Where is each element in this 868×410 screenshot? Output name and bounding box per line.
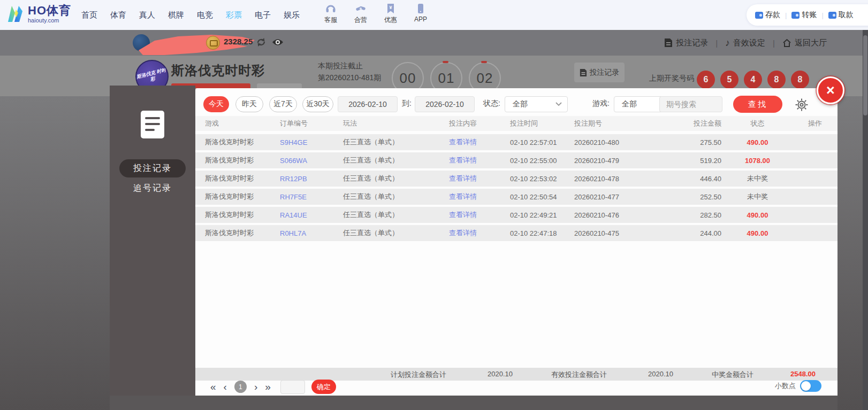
cell-amount: 275.50 — [676, 138, 721, 146]
nav-item-lottery[interactable]: 彩票 — [226, 10, 242, 20]
cell-game: 斯洛伐克时时彩 — [205, 192, 280, 202]
sidebar-item-chase-records[interactable]: 追号记录 — [119, 179, 186, 197]
nav-item-slots[interactable]: 电子 — [255, 10, 271, 20]
bet-records-label: 投注记录 — [676, 38, 708, 48]
close-icon: × — [826, 83, 835, 98]
period-search-input[interactable] — [659, 96, 722, 112]
cell-time: 02-10 22:47:18 — [510, 229, 574, 237]
quick-item-partner[interactable]: 合营 — [349, 3, 372, 25]
decimal-toggle-group: 小数点 — [775, 380, 821, 392]
page-jump-confirm-button[interactable]: 确定 — [311, 380, 336, 394]
last-draw-numbers: 6 5 4 8 8 — [697, 71, 809, 89]
countdown-seconds-value: 02 — [477, 70, 493, 87]
range-7days-button[interactable]: 近7天 — [269, 96, 297, 112]
transfer-button[interactable]: 转账 — [791, 10, 817, 20]
back-to-lobby-link[interactable]: 返回大厅 — [782, 38, 827, 48]
col-order-id: 订单编号 — [280, 119, 343, 128]
deposit-label: 存款 — [765, 10, 780, 20]
last-draw-label: 上期开奖号码 — [649, 74, 694, 83]
page-jump-input[interactable] — [280, 380, 305, 394]
draw-ball: 6 — [697, 71, 715, 89]
current-page-indicator[interactable]: 1 — [234, 381, 247, 393]
refresh-icon[interactable] — [256, 37, 267, 48]
phone-app-icon — [415, 3, 427, 14]
cell-game: 斯洛伐克时时彩 — [205, 174, 280, 183]
quick-item-service[interactable]: 客服 — [319, 3, 342, 25]
last-page-button[interactable]: » — [265, 382, 271, 392]
order-id-link[interactable]: S9H4GE — [280, 138, 343, 146]
cell-play: 任三直选（单式） — [343, 210, 449, 220]
cell-time: 02-10 22:57:01 — [510, 138, 574, 146]
cell-period: 20260210-479 — [574, 157, 676, 165]
gear-icon[interactable] — [795, 98, 809, 112]
draw-ball: 4 — [744, 71, 762, 89]
first-page-button[interactable]: « — [210, 382, 216, 392]
divider: | — [715, 38, 718, 48]
range-30days-button[interactable]: 近30天 — [302, 96, 333, 112]
status-select[interactable]: 全部 — [505, 96, 568, 112]
view-details-link[interactable]: 查看详情 — [449, 210, 510, 220]
table-row: 斯洛伐克时时彩 S066WA 任三直选（单式） 查看详情 02-10 22:55… — [195, 152, 837, 168]
page-scrollbar[interactable] — [863, 30, 868, 410]
date-to-input[interactable] — [415, 96, 475, 112]
logo-title: HO体育 — [28, 5, 71, 17]
site-logo[interactable]: HO体育 haiouty.com — [5, 4, 71, 24]
deposit-button[interactable]: 存款 — [755, 10, 780, 20]
search-button[interactable]: 查找 — [733, 96, 782, 113]
win-total-value: 2548.00 — [790, 370, 816, 378]
range-today-button[interactable]: 今天 — [203, 96, 229, 112]
view-details-link[interactable]: 查看详情 — [449, 156, 510, 165]
order-id-link[interactable]: RH7F5E — [280, 193, 343, 201]
cell-time: 02-10 22:53:02 — [510, 175, 574, 183]
order-id-link[interactable]: S066WA — [280, 157, 343, 165]
divider: | — [821, 11, 823, 19]
eye-icon[interactable] — [272, 38, 284, 47]
view-details-link[interactable]: 查看详情 — [449, 228, 510, 238]
nav-item-esports[interactable]: 电竞 — [197, 10, 213, 20]
status-select-value: 全部 — [513, 99, 528, 109]
view-details-link[interactable]: 查看详情 — [449, 192, 510, 202]
document-icon — [580, 68, 587, 77]
sound-settings-link[interactable]: ♪ 音效设定 — [725, 38, 765, 48]
transfer-label: 转账 — [802, 10, 817, 20]
next-page-button[interactable]: › — [254, 382, 257, 392]
quick-item-app[interactable]: APP — [409, 3, 432, 25]
order-id-link[interactable]: RR12PB — [280, 175, 343, 183]
quick-item-promo[interactable]: ¥ 优惠 — [379, 3, 402, 25]
nav-item-entertainment[interactable]: 娱乐 — [284, 10, 300, 20]
order-id-link[interactable]: RA14UE — [280, 211, 343, 219]
game-tab-inactive — [257, 83, 302, 88]
withdraw-label: 取款 — [839, 10, 854, 20]
sidebar-item-bet-records[interactable]: 投注记录 — [119, 159, 186, 177]
cell-play: 任三直选（单式） — [343, 137, 449, 147]
cell-amount: 244.00 — [676, 229, 721, 237]
col-operation: 操作 — [794, 119, 836, 128]
nav-item-live[interactable]: 真人 — [139, 10, 155, 20]
bet-records-link[interactable]: 投注记录 — [664, 38, 708, 48]
withdraw-button[interactable]: 取款 — [828, 10, 854, 20]
quick-label: APP — [414, 16, 427, 23]
cell-game: 斯洛伐克时时彩 — [205, 210, 280, 220]
scrollbar-thumb[interactable] — [863, 35, 867, 115]
prev-page-button[interactable]: ‹ — [224, 382, 227, 392]
cell-status: 490.00 — [721, 211, 794, 219]
bet-record-button-label: 投注记录 — [590, 68, 620, 78]
view-details-link[interactable]: 查看详情 — [449, 174, 510, 183]
nav-item-sports[interactable]: 体育 — [110, 10, 126, 20]
cell-amount: 446.40 — [676, 175, 721, 183]
bet-record-button[interactable]: 投注记录 — [574, 63, 625, 82]
filter-bar: 今天 昨天 近7天 近30天 到: 状态: 全部 游戏: 全部 查找 — [195, 96, 837, 113]
view-details-link[interactable]: 查看详情 — [449, 137, 510, 147]
nav-item-cards[interactable]: 棋牌 — [168, 10, 184, 20]
decimal-toggle[interactable] — [800, 380, 821, 392]
nav-item-home[interactable]: 首页 — [81, 10, 97, 20]
withdraw-icon — [828, 12, 836, 19]
transfer-icon — [791, 12, 800, 19]
cell-status: 1078.00 — [721, 157, 794, 165]
order-id-link[interactable]: R0HL7A — [280, 229, 343, 237]
col-time: 投注时间 — [510, 119, 574, 128]
close-modal-button[interactable]: × — [817, 76, 844, 104]
draw-ball: 8 — [767, 71, 786, 89]
date-from-input[interactable] — [338, 96, 398, 112]
range-yesterday-button[interactable]: 昨天 — [235, 96, 263, 112]
